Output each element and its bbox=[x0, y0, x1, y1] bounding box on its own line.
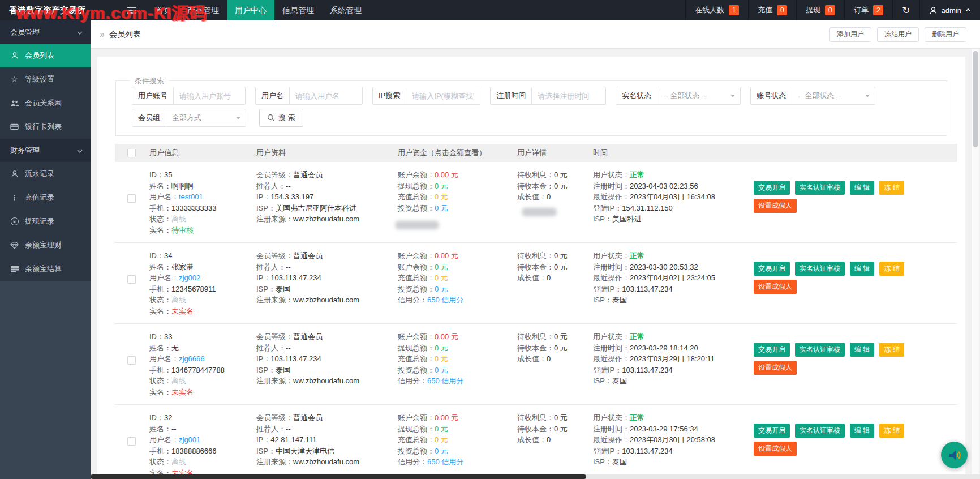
field-value[interactable]: 650 信用分 bbox=[427, 296, 463, 304]
field-label: 提现总额： bbox=[398, 182, 435, 190]
floating-audio-button[interactable] bbox=[941, 442, 968, 468]
row-action-button[interactable]: 设置成假人 bbox=[754, 442, 797, 456]
page-action-button[interactable]: 删除用户 bbox=[925, 27, 966, 42]
table-row: ID：32姓名：--用户名：zjg001手机：18388886666状态：离线实… bbox=[115, 405, 957, 479]
row-checkbox[interactable] bbox=[127, 356, 136, 365]
table-cell: 用户状态：正常注册时间：2023-04-03 02:23:56最近操作：2023… bbox=[593, 169, 754, 236]
field-value[interactable]: 650 信用分 bbox=[427, 457, 463, 466]
sidebar-item[interactable]: ⋮充值记录 bbox=[0, 186, 91, 209]
field-value[interactable]: 0 元 bbox=[435, 193, 448, 201]
user-icon bbox=[10, 170, 19, 178]
topbar-stat[interactable]: 订单2 bbox=[844, 0, 892, 20]
filter-field-label: 用户账号 bbox=[132, 87, 174, 104]
field-value[interactable]: zjg6666 bbox=[179, 354, 205, 363]
select-all-checkbox[interactable] bbox=[127, 149, 136, 157]
row-action-button[interactable]: 设置成假人 bbox=[754, 199, 797, 213]
topbar-stat[interactable]: 在线人数1 bbox=[685, 0, 748, 20]
field-value[interactable]: 0 元 bbox=[435, 354, 448, 363]
row-checkbox[interactable] bbox=[127, 194, 136, 203]
sidebar-item[interactable]: 银行卡列表 bbox=[0, 115, 91, 139]
row-action-button[interactable]: 实名认证审核 bbox=[795, 262, 845, 276]
row-checkbox[interactable] bbox=[127, 275, 136, 284]
search-button[interactable]: 搜 索 bbox=[259, 109, 303, 127]
row-action-button[interactable]: 冻 结 bbox=[879, 262, 904, 276]
field-value[interactable]: 0.00 元 bbox=[435, 251, 458, 260]
field-value[interactable]: 0 元 bbox=[435, 263, 448, 271]
field-value[interactable]: 0 元 bbox=[435, 366, 448, 374]
row-action-button[interactable]: 编 辑 bbox=[850, 262, 874, 276]
filter-input[interactable] bbox=[532, 87, 605, 104]
nav-item[interactable]: 系统管理 bbox=[322, 0, 369, 20]
row-action-button[interactable]: 编 辑 bbox=[850, 424, 874, 438]
filter-input[interactable] bbox=[406, 87, 480, 104]
field-value[interactable]: 650 信用分 bbox=[427, 377, 463, 385]
row-action-button[interactable]: 实名认证审核 bbox=[795, 181, 845, 195]
filter-input[interactable] bbox=[290, 87, 362, 104]
field-value[interactable]: 0.00 元 bbox=[435, 170, 458, 179]
field-value: 未实名 bbox=[171, 388, 194, 396]
field-value[interactable]: 0.00 元 bbox=[435, 332, 458, 341]
field-value[interactable]: 0.00 元 bbox=[435, 413, 458, 422]
horizontal-scrollbar[interactable] bbox=[91, 474, 980, 479]
field-value: 103.113.47.234 bbox=[622, 366, 672, 374]
row-action-button[interactable]: 编 辑 bbox=[850, 343, 874, 357]
field-value[interactable]: 0 元 bbox=[435, 285, 448, 293]
sidebar-group-title[interactable]: 财务管理 bbox=[0, 139, 91, 162]
nav-item[interactable]: 首页 bbox=[148, 0, 179, 20]
row-action-button[interactable]: 冻 结 bbox=[879, 424, 904, 438]
filter-select[interactable]: 全部方式 bbox=[166, 109, 246, 126]
row-action-button[interactable]: 交易开启 bbox=[754, 262, 790, 276]
refresh-button[interactable]: ↻ bbox=[892, 0, 919, 20]
row-checkbox[interactable] bbox=[127, 437, 136, 446]
field-value[interactable]: 0 元 bbox=[435, 447, 448, 455]
row-action-button[interactable]: 冻 结 bbox=[879, 343, 904, 357]
field-line: 充值总额：0 元 bbox=[398, 434, 512, 446]
field-label: 手机： bbox=[149, 204, 171, 212]
field-value[interactable]: test001 bbox=[179, 193, 203, 201]
nav-item[interactable]: 信息管理 bbox=[274, 0, 322, 20]
vertical-scrollbar[interactable] bbox=[971, 49, 979, 474]
nav-item[interactable]: 产品管理 bbox=[179, 0, 227, 20]
sidebar-item[interactable]: ¥提现记录 bbox=[0, 209, 91, 233]
field-line: 会员等级：普通会员 bbox=[256, 412, 392, 424]
row-action-button[interactable]: 设置成假人 bbox=[754, 361, 797, 375]
sidebar-item[interactable]: 流水记录 bbox=[0, 162, 91, 186]
field-value[interactable]: 0 元 bbox=[435, 344, 448, 352]
row-action-button[interactable]: 编 辑 bbox=[850, 181, 874, 195]
sidebar-item[interactable]: 余额宝理财 bbox=[0, 233, 91, 257]
topbar-stat[interactable]: 提现0 bbox=[796, 0, 844, 20]
row-action-button[interactable]: 冻 结 bbox=[879, 181, 904, 195]
page-action-button[interactable]: 冻结用户 bbox=[877, 27, 919, 42]
filter-input[interactable] bbox=[174, 87, 245, 104]
sidebar-item[interactable]: 余额宝结算 bbox=[0, 257, 91, 281]
field-value[interactable]: 0 元 bbox=[435, 425, 448, 433]
row-action-button[interactable]: 设置成假人 bbox=[754, 280, 797, 294]
row-action-button[interactable]: 实名认证审核 bbox=[795, 424, 845, 438]
field-line: 信用分：650 信用分 bbox=[398, 456, 512, 468]
nav-item[interactable]: 用户中心 bbox=[227, 0, 274, 20]
menu-toggle-icon[interactable] bbox=[116, 0, 148, 20]
row-action-button[interactable]: 交易开启 bbox=[754, 181, 790, 195]
field-value[interactable]: zjg002 bbox=[179, 273, 200, 282]
row-action-button[interactable]: 交易开启 bbox=[754, 343, 790, 357]
user-menu[interactable]: admin bbox=[919, 0, 980, 20]
field-value[interactable]: 0 元 bbox=[435, 204, 448, 212]
field-value[interactable]: 0 元 bbox=[435, 273, 448, 282]
row-action-button[interactable]: 实名认证审核 bbox=[795, 343, 845, 357]
sidebar-item[interactable]: ☆等级设置 bbox=[0, 67, 91, 91]
row-action-button[interactable]: 交易开启 bbox=[754, 424, 790, 438]
vertical-scrollbar-thumb[interactable] bbox=[973, 51, 978, 147]
field-value[interactable]: 0 元 bbox=[435, 435, 448, 444]
filter-select[interactable]: -- 全部状态 -- bbox=[792, 87, 875, 104]
filter-select[interactable]: -- 全部状态 -- bbox=[657, 87, 740, 104]
topbar-stat[interactable]: 充值0 bbox=[748, 0, 796, 20]
field-value[interactable]: zjg001 bbox=[179, 435, 200, 444]
horizontal-scrollbar-thumb[interactable] bbox=[91, 474, 586, 479]
field-value[interactable]: 0 元 bbox=[435, 182, 448, 190]
filter-field-label: IP搜索 bbox=[373, 87, 406, 104]
filter-select-value: -- 全部状态 -- bbox=[798, 91, 841, 101]
page-action-button[interactable]: 添加用户 bbox=[829, 27, 871, 42]
sidebar-item[interactable]: 会员列表 bbox=[0, 44, 91, 67]
sidebar-item[interactable]: 会员关系网 bbox=[0, 91, 91, 115]
sidebar-group-title[interactable]: 会员管理 bbox=[0, 20, 91, 44]
